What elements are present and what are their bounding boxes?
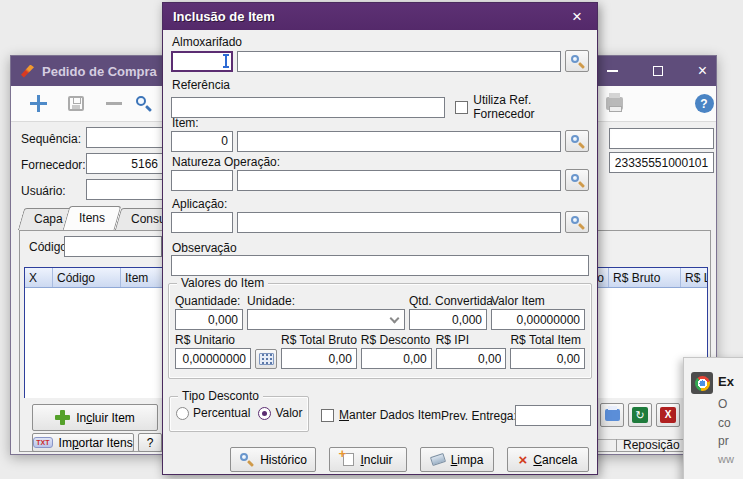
calculator-button[interactable] [255,349,277,369]
blue-printer-icon [605,409,620,421]
utiliza-ref-label: Utiliza Ref. Fornecedor [473,93,589,121]
total-bruto-input[interactable] [281,348,357,369]
referencia-input[interactable] [171,97,445,118]
ipi-label: R$ IPI [436,333,507,347]
dialog-close-button[interactable]: × [565,5,589,29]
codigo-input[interactable] [64,236,162,257]
almoxarifado-code-input[interactable] [171,51,233,72]
grid-header-bruto[interactable]: R$ Bruto [609,268,681,287]
toast-url: ww [718,453,734,465]
save-button[interactable] [61,89,91,119]
grid-header-x[interactable]: X [25,268,53,287]
radio-percentual[interactable]: Percentual [176,406,250,420]
ipi-input[interactable] [436,348,507,369]
referencia-label: Referência [172,78,230,92]
almoxarifado-row [171,50,589,72]
qtd-convertida-input[interactable] [409,309,487,330]
valor-item-input[interactable] [491,309,585,330]
limpa-button[interactable]: Limpa [420,447,494,472]
dialog-inclusao-de-item: Inclusão de Item × Almoxarifado Referênc… [162,2,598,475]
importar-itens-button[interactable]: TXT Importar Itens [32,433,134,452]
total-item-input[interactable] [510,348,585,369]
prev-entrega-input[interactable] [515,405,591,426]
almoxarifado-name-input[interactable] [237,51,561,72]
sequencia-input[interactable] [86,127,163,148]
usuario-input[interactable] [86,179,163,200]
minimize-button[interactable] [595,56,629,86]
chrome-badge [691,372,713,394]
checkbox-icon [455,101,468,114]
observacao-input[interactable] [171,255,589,276]
natureza-name-input[interactable] [237,170,561,191]
sequencia-label: Sequência: [21,132,81,146]
manter-dados-checkbox[interactable]: Manter Dados Item [321,408,441,422]
delete-button[interactable] [99,89,129,119]
total-bruto-label: R$ Total Bruto [281,333,357,347]
item-label: Item: [172,116,199,130]
red-x-icon: × [519,452,528,467]
maximize-button[interactable] [641,56,675,86]
fornecedor-label: Fornecedor: [21,158,86,172]
window-title: Pedido de Compra [42,64,157,79]
blue-printer-button[interactable] [600,403,624,427]
unitario-input[interactable] [175,348,251,369]
valores-do-item-group: Valores do Item Quantidade: Unidade: Qtd… [168,283,592,379]
aplicacao-code-input[interactable] [171,212,233,233]
natureza-code-input[interactable] [171,170,233,191]
search-icon [135,95,165,113]
close-button[interactable]: × [687,56,718,86]
txt-file-icon: TXT [33,437,52,448]
browser-notification-toast[interactable]: Ex O co pr ww [683,357,743,479]
printer-icon [606,97,623,110]
incluir-button[interactable]: Incluir [329,447,407,472]
item-lookup-button[interactable] [565,130,589,152]
natureza-lookup-button[interactable] [565,169,589,191]
cancela-button[interactable]: × Cancela [507,447,589,472]
red-x-button[interactable]: X [656,403,680,427]
dialog-title: Inclusão de Item [173,9,275,24]
quantidade-input[interactable] [175,309,243,330]
fornecedor-input[interactable] [86,153,163,174]
maximize-icon [653,66,663,76]
print-button[interactable] [599,89,629,119]
referencia-row: Utiliza Ref. Fornecedor [171,93,589,121]
status-text: Reposição [623,438,680,452]
item-code-input[interactable] [171,131,233,152]
help-icon: ? [695,94,714,113]
tab-itens[interactable]: Itens [62,206,121,230]
radio-off-icon [176,407,189,420]
cnpj-input[interactable] [609,152,714,173]
paste-plus-icon [343,453,354,466]
incluir-item-button[interactable]: Incluir Item [32,404,158,431]
toast-line-1: O [718,397,727,411]
chevron-down-icon [390,313,400,323]
new-button[interactable] [23,89,53,119]
desconto-input[interactable] [361,348,432,369]
radio-valor[interactable]: Valor [258,406,302,420]
item-row [171,130,589,152]
item-name-input[interactable] [237,131,561,152]
unidade-select[interactable] [247,309,405,330]
search-button[interactable] [135,89,165,119]
green-refresh-button[interactable]: ↻ [628,403,652,427]
aplicacao-name-input[interactable] [237,212,561,233]
toast-line-3: pr [718,434,729,448]
valor-item-label: Valor Item [491,294,585,308]
dialog-button-bar: Histórico Incluir Limpa × Cancela [230,447,589,472]
toast-title: Ex [718,374,734,389]
almoxarifado-label: Almoxarifado [172,35,242,49]
almoxarifado-lookup-button[interactable] [565,50,589,72]
help-button[interactable]: ? [689,89,719,119]
utiliza-ref-checkbox[interactable]: Utiliza Ref. Fornecedor [455,93,589,121]
dialog-titlebar[interactable]: Inclusão de Item [163,3,597,30]
save-disk-icon [68,96,84,111]
historico-button[interactable]: Histórico [230,447,316,472]
aplicacao-lookup-button[interactable] [565,211,589,233]
quantidade-label: Quantidade: [175,294,243,308]
grid-header-codigo[interactable]: Código [53,268,121,287]
grid-header-liquido[interactable]: R$ L [681,268,707,287]
prev-entrega-label: Prev. Entrega: [441,409,517,423]
red-x-icon: X [660,407,676,423]
panel-help-button[interactable]: ? [138,433,162,452]
right-top-input[interactable] [609,128,714,149]
